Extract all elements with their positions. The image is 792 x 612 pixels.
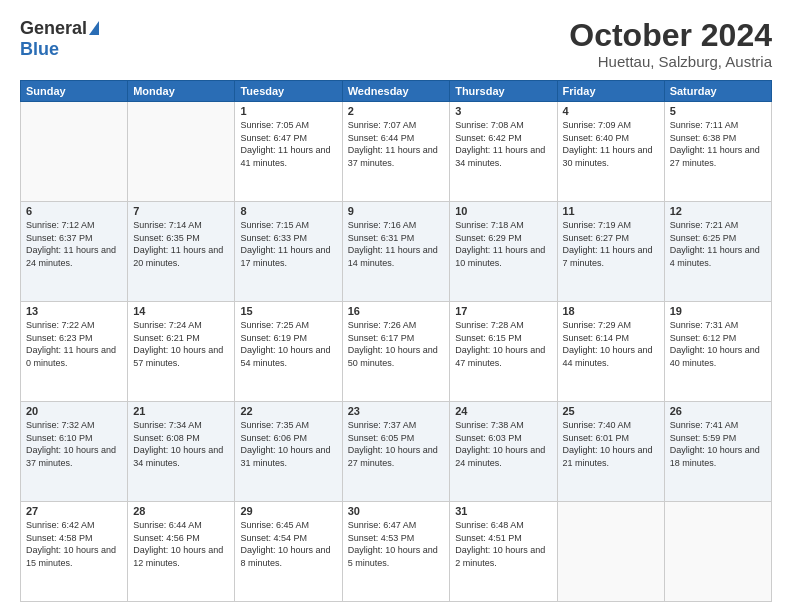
cell-info: Sunrise: 7:35 AM Sunset: 6:06 PM Dayligh… <box>240 419 336 469</box>
cell-day-number: 28 <box>133 505 229 517</box>
cell-day-number: 25 <box>563 405 659 417</box>
table-row: 18Sunrise: 7:29 AM Sunset: 6:14 PM Dayli… <box>557 302 664 402</box>
table-row: 28Sunrise: 6:44 AM Sunset: 4:56 PM Dayli… <box>128 502 235 602</box>
cell-info: Sunrise: 7:37 AM Sunset: 6:05 PM Dayligh… <box>348 419 445 469</box>
cell-day-number: 17 <box>455 305 551 317</box>
cell-day-number: 16 <box>348 305 445 317</box>
table-row <box>557 502 664 602</box>
cell-day-number: 8 <box>240 205 336 217</box>
cell-info: Sunrise: 7:34 AM Sunset: 6:08 PM Dayligh… <box>133 419 229 469</box>
cell-day-number: 26 <box>670 405 766 417</box>
cell-day-number: 12 <box>670 205 766 217</box>
cell-day-number: 24 <box>455 405 551 417</box>
cell-info: Sunrise: 7:18 AM Sunset: 6:29 PM Dayligh… <box>455 219 551 269</box>
col-thursday: Thursday <box>450 81 557 102</box>
table-row: 8Sunrise: 7:15 AM Sunset: 6:33 PM Daylig… <box>235 202 342 302</box>
cell-day-number: 6 <box>26 205 122 217</box>
cell-day-number: 3 <box>455 105 551 117</box>
table-row: 21Sunrise: 7:34 AM Sunset: 6:08 PM Dayli… <box>128 402 235 502</box>
table-row: 24Sunrise: 7:38 AM Sunset: 6:03 PM Dayli… <box>450 402 557 502</box>
cell-day-number: 31 <box>455 505 551 517</box>
table-row: 13Sunrise: 7:22 AM Sunset: 6:23 PM Dayli… <box>21 302 128 402</box>
cell-day-number: 15 <box>240 305 336 317</box>
cell-info: Sunrise: 6:48 AM Sunset: 4:51 PM Dayligh… <box>455 519 551 569</box>
cell-info: Sunrise: 6:44 AM Sunset: 4:56 PM Dayligh… <box>133 519 229 569</box>
logo: General Blue <box>20 18 99 60</box>
table-row: 19Sunrise: 7:31 AM Sunset: 6:12 PM Dayli… <box>664 302 771 402</box>
cell-day-number: 29 <box>240 505 336 517</box>
table-row: 17Sunrise: 7:28 AM Sunset: 6:15 PM Dayli… <box>450 302 557 402</box>
col-sunday: Sunday <box>21 81 128 102</box>
cell-info: Sunrise: 6:45 AM Sunset: 4:54 PM Dayligh… <box>240 519 336 569</box>
cell-info: Sunrise: 7:12 AM Sunset: 6:37 PM Dayligh… <box>26 219 122 269</box>
cell-info: Sunrise: 7:15 AM Sunset: 6:33 PM Dayligh… <box>240 219 336 269</box>
col-friday: Friday <box>557 81 664 102</box>
cell-day-number: 14 <box>133 305 229 317</box>
cell-day-number: 27 <box>26 505 122 517</box>
table-row: 4Sunrise: 7:09 AM Sunset: 6:40 PM Daylig… <box>557 102 664 202</box>
table-row: 10Sunrise: 7:18 AM Sunset: 6:29 PM Dayli… <box>450 202 557 302</box>
table-row: 12Sunrise: 7:21 AM Sunset: 6:25 PM Dayli… <box>664 202 771 302</box>
table-row: 22Sunrise: 7:35 AM Sunset: 6:06 PM Dayli… <box>235 402 342 502</box>
table-row <box>128 102 235 202</box>
cell-day-number: 9 <box>348 205 445 217</box>
cell-info: Sunrise: 7:41 AM Sunset: 5:59 PM Dayligh… <box>670 419 766 469</box>
table-row: 15Sunrise: 7:25 AM Sunset: 6:19 PM Dayli… <box>235 302 342 402</box>
cell-info: Sunrise: 7:32 AM Sunset: 6:10 PM Dayligh… <box>26 419 122 469</box>
table-row: 9Sunrise: 7:16 AM Sunset: 6:31 PM Daylig… <box>342 202 450 302</box>
calendar-table: Sunday Monday Tuesday Wednesday Thursday… <box>20 80 772 602</box>
calendar-week-row: 13Sunrise: 7:22 AM Sunset: 6:23 PM Dayli… <box>21 302 772 402</box>
cell-info: Sunrise: 7:28 AM Sunset: 6:15 PM Dayligh… <box>455 319 551 369</box>
col-monday: Monday <box>128 81 235 102</box>
cell-info: Sunrise: 7:26 AM Sunset: 6:17 PM Dayligh… <box>348 319 445 369</box>
logo-general-text: General <box>20 18 87 39</box>
calendar-week-row: 1Sunrise: 7:05 AM Sunset: 6:47 PM Daylig… <box>21 102 772 202</box>
cell-info: Sunrise: 7:38 AM Sunset: 6:03 PM Dayligh… <box>455 419 551 469</box>
table-row <box>664 502 771 602</box>
table-row: 27Sunrise: 6:42 AM Sunset: 4:58 PM Dayli… <box>21 502 128 602</box>
table-row: 3Sunrise: 7:08 AM Sunset: 6:42 PM Daylig… <box>450 102 557 202</box>
cell-info: Sunrise: 7:14 AM Sunset: 6:35 PM Dayligh… <box>133 219 229 269</box>
table-row: 16Sunrise: 7:26 AM Sunset: 6:17 PM Dayli… <box>342 302 450 402</box>
cell-info: Sunrise: 7:19 AM Sunset: 6:27 PM Dayligh… <box>563 219 659 269</box>
cell-day-number: 30 <box>348 505 445 517</box>
logo-blue-text: Blue <box>20 39 59 60</box>
col-tuesday: Tuesday <box>235 81 342 102</box>
cell-info: Sunrise: 7:05 AM Sunset: 6:47 PM Dayligh… <box>240 119 336 169</box>
cell-day-number: 23 <box>348 405 445 417</box>
table-row: 11Sunrise: 7:19 AM Sunset: 6:27 PM Dayli… <box>557 202 664 302</box>
calendar-subtitle: Huettau, Salzburg, Austria <box>569 53 772 70</box>
cell-day-number: 1 <box>240 105 336 117</box>
cell-info: Sunrise: 7:21 AM Sunset: 6:25 PM Dayligh… <box>670 219 766 269</box>
table-row: 2Sunrise: 7:07 AM Sunset: 6:44 PM Daylig… <box>342 102 450 202</box>
cell-info: Sunrise: 7:29 AM Sunset: 6:14 PM Dayligh… <box>563 319 659 369</box>
calendar-title: October 2024 <box>569 18 772 53</box>
cell-day-number: 11 <box>563 205 659 217</box>
table-row: 14Sunrise: 7:24 AM Sunset: 6:21 PM Dayli… <box>128 302 235 402</box>
cell-day-number: 21 <box>133 405 229 417</box>
cell-info: Sunrise: 7:07 AM Sunset: 6:44 PM Dayligh… <box>348 119 445 169</box>
table-row: 1Sunrise: 7:05 AM Sunset: 6:47 PM Daylig… <box>235 102 342 202</box>
table-row: 30Sunrise: 6:47 AM Sunset: 4:53 PM Dayli… <box>342 502 450 602</box>
cell-info: Sunrise: 7:31 AM Sunset: 6:12 PM Dayligh… <box>670 319 766 369</box>
cell-day-number: 2 <box>348 105 445 117</box>
cell-info: Sunrise: 7:24 AM Sunset: 6:21 PM Dayligh… <box>133 319 229 369</box>
table-row: 29Sunrise: 6:45 AM Sunset: 4:54 PM Dayli… <box>235 502 342 602</box>
calendar-week-row: 6Sunrise: 7:12 AM Sunset: 6:37 PM Daylig… <box>21 202 772 302</box>
calendar-header-row: Sunday Monday Tuesday Wednesday Thursday… <box>21 81 772 102</box>
table-row: 5Sunrise: 7:11 AM Sunset: 6:38 PM Daylig… <box>664 102 771 202</box>
cell-info: Sunrise: 7:22 AM Sunset: 6:23 PM Dayligh… <box>26 319 122 369</box>
cell-day-number: 5 <box>670 105 766 117</box>
cell-day-number: 13 <box>26 305 122 317</box>
table-row: 23Sunrise: 7:37 AM Sunset: 6:05 PM Dayli… <box>342 402 450 502</box>
cell-info: Sunrise: 7:11 AM Sunset: 6:38 PM Dayligh… <box>670 119 766 169</box>
table-row: 20Sunrise: 7:32 AM Sunset: 6:10 PM Dayli… <box>21 402 128 502</box>
calendar-week-row: 27Sunrise: 6:42 AM Sunset: 4:58 PM Dayli… <box>21 502 772 602</box>
cell-day-number: 4 <box>563 105 659 117</box>
table-row: 6Sunrise: 7:12 AM Sunset: 6:37 PM Daylig… <box>21 202 128 302</box>
cell-info: Sunrise: 6:47 AM Sunset: 4:53 PM Dayligh… <box>348 519 445 569</box>
cell-day-number: 20 <box>26 405 122 417</box>
cell-info: Sunrise: 6:42 AM Sunset: 4:58 PM Dayligh… <box>26 519 122 569</box>
cell-info: Sunrise: 7:25 AM Sunset: 6:19 PM Dayligh… <box>240 319 336 369</box>
cell-info: Sunrise: 7:09 AM Sunset: 6:40 PM Dayligh… <box>563 119 659 169</box>
